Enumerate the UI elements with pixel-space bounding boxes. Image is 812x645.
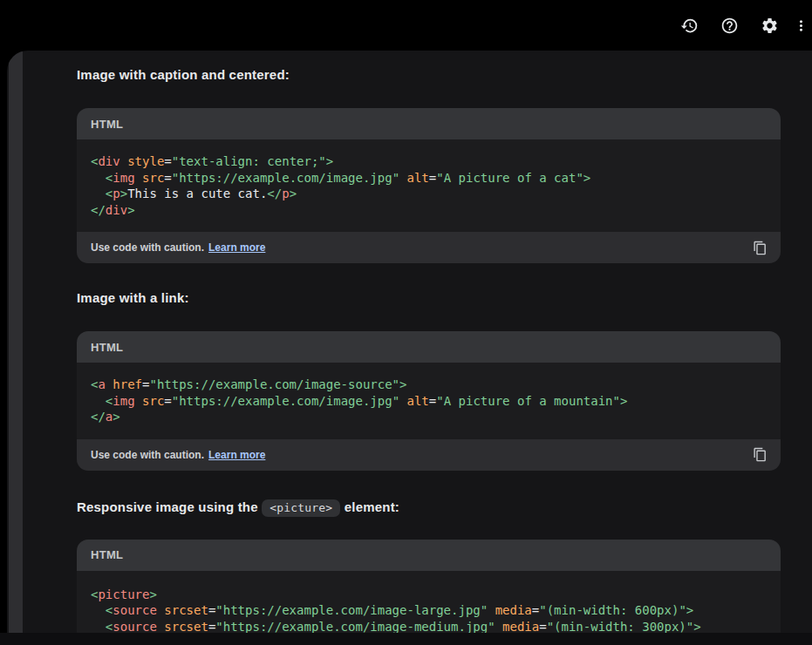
heading-text: Image with caption and centered: <box>77 67 290 82</box>
code-block-header: HTML <box>77 331 781 363</box>
code-language-label: HTML <box>91 341 123 354</box>
code-line: <picture> <box>91 587 767 603</box>
code-line: </div> <box>91 202 767 219</box>
help-icon <box>720 17 739 35</box>
heading-text: Image with a link: <box>77 290 189 305</box>
code-line: <img src="https://example.com/image.jpg"… <box>91 393 767 410</box>
code-token: > <box>693 620 700 634</box>
code-token: "https://example.com/image-source" <box>149 377 399 391</box>
code-token <box>120 154 127 168</box>
code-token: media <box>502 620 539 634</box>
heading-text: element: <box>340 499 399 514</box>
code-token: src <box>142 394 164 408</box>
code-pre: <picture> <source srcset="https://exampl… <box>91 587 767 635</box>
code-language-label: HTML <box>91 548 123 561</box>
code-token <box>135 394 142 408</box>
learn-more-link[interactable]: Learn more <box>208 449 265 461</box>
code-token <box>91 187 106 200</box>
caution-text: Use code with caution. <box>91 449 204 461</box>
code-token: > <box>326 154 333 168</box>
copy-code-button[interactable] <box>746 234 774 261</box>
code-token: source <box>113 603 157 617</box>
code-line: <a href="https://example.com/image-sourc… <box>91 377 767 393</box>
topbar-icons <box>669 0 812 51</box>
code-token: style <box>127 154 164 168</box>
code-block: HTML <div style="text-align: center;"> <… <box>77 108 781 263</box>
code-token: "(min-width: 300px)" <box>547 620 694 634</box>
inline-code: <picture> <box>262 499 340 517</box>
app-window: Image with caption and centered: HTML <d… <box>0 0 812 645</box>
copy-code-button[interactable] <box>746 441 774 469</box>
code-token: = <box>429 394 436 408</box>
code-token: > <box>686 603 693 617</box>
code-token: srcset <box>164 603 208 617</box>
settings-icon <box>761 17 779 35</box>
more-options-button[interactable] <box>789 5 812 45</box>
code-token: = <box>164 171 171 185</box>
answer-section: Responsive image using the <picture> ele… <box>77 497 781 645</box>
code-token: = <box>532 603 539 617</box>
code-token: "text-align: center;" <box>172 154 326 168</box>
code-token <box>399 171 406 185</box>
code-token <box>488 603 495 617</box>
code-pre: <div style="text-align: center;"> <img s… <box>91 153 767 218</box>
code-token: </ <box>91 410 106 424</box>
code-token: a <box>98 377 105 391</box>
code-content: <a href="https://example.com/image-sourc… <box>77 363 781 439</box>
code-token: = <box>164 154 171 168</box>
section-heading: Image with a link: <box>77 289 781 307</box>
code-token: picture <box>98 587 149 601</box>
code-line: <source srcset="https://example.com/imag… <box>91 602 767 619</box>
code-token <box>495 620 502 634</box>
code-block: HTML <picture> <source srcset="https://e… <box>77 540 781 645</box>
code-token: = <box>164 394 171 408</box>
code-token: div <box>98 154 119 168</box>
history-button[interactable] <box>669 5 709 45</box>
code-line: <img src="https://example.com/image.jpg"… <box>91 170 767 187</box>
code-token: "https://example.com/image-medium.jpg" <box>215 620 495 634</box>
code-token: "https://example.com/image.jpg" <box>172 171 399 185</box>
section-heading: Image with caption and centered: <box>77 66 781 84</box>
code-token: "A picture of a cat" <box>436 171 583 185</box>
code-block: HTML <a href="https://example.com/image-… <box>77 331 781 471</box>
answer-section: Image with a link: HTML <a href="https:/… <box>77 289 781 471</box>
code-line: <div style="text-align: center;"> <box>91 153 767 170</box>
code-token: "(min-width: 600px)" <box>539 603 686 617</box>
section-heading: Responsive image using the <picture> ele… <box>77 497 781 519</box>
code-token: src <box>142 171 164 185</box>
code-token <box>91 603 106 617</box>
code-token: This is a cute cat. <box>127 187 267 200</box>
code-token: p <box>113 187 119 200</box>
code-language-label: HTML <box>91 118 123 131</box>
caution-text: Use code with caution. <box>91 241 204 254</box>
code-token: "https://example.com/image-large.jpg" <box>215 603 488 617</box>
code-content: <div style="text-align: center;"> <img s… <box>77 139 781 232</box>
code-token: "A picture of a mountain" <box>436 394 620 408</box>
heading-text: Responsive image using the <box>77 499 262 514</box>
code-token: "https://example.com/image.jpg" <box>172 394 399 408</box>
code-token: </ <box>91 203 106 217</box>
code-pre: <a href="https://example.com/image-sourc… <box>91 377 767 425</box>
scrollbar[interactable] <box>9 51 23 645</box>
code-token <box>135 171 142 185</box>
learn-more-link[interactable]: Learn more <box>208 241 265 254</box>
code-token <box>91 620 106 634</box>
help-button[interactable] <box>709 5 749 45</box>
code-token: srcset <box>164 620 208 634</box>
code-block-footer: Use code with caution. Learn more <box>77 439 781 471</box>
code-token <box>91 171 106 185</box>
more-options-icon <box>793 17 809 34</box>
code-token: > <box>399 377 406 391</box>
code-token: > <box>113 410 119 424</box>
chat-panel: Image with caption and centered: HTML <d… <box>7 51 812 645</box>
history-icon <box>680 17 699 35</box>
code-token <box>399 394 406 408</box>
settings-button[interactable] <box>749 5 789 45</box>
code-token: href <box>113 377 142 391</box>
code-block-header: HTML <box>77 108 781 139</box>
code-line: <p>This is a cute cat.</p> <box>91 186 767 202</box>
bottom-edge <box>0 633 812 645</box>
code-token: alt <box>407 394 429 408</box>
code-token: alt <box>407 171 429 185</box>
code-token: p <box>282 187 289 200</box>
